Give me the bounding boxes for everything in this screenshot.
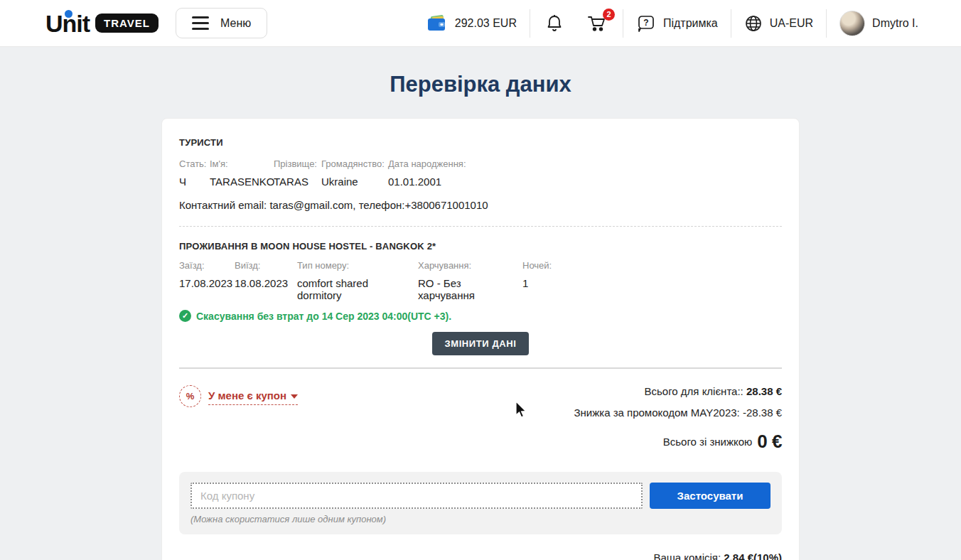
- tourist-citizenship: Ukraine: [321, 176, 388, 188]
- locale-label: UA-EUR: [770, 17, 813, 30]
- user-menu[interactable]: Dmytro I.: [839, 11, 918, 36]
- balance-amount: 292.03 EUR: [455, 17, 517, 30]
- wallet-balance[interactable]: 292.03 EUR: [426, 14, 517, 33]
- accomm-col-roomtype: Тип номеру:: [297, 260, 418, 271]
- tourists-section-title: ТУРИСТИ: [179, 137, 782, 148]
- locale-currency-switcher[interactable]: UA-EUR: [744, 14, 813, 33]
- divider: [731, 9, 731, 38]
- totals-block: Всього для клієнта:: 28.38 € Знижка за п…: [574, 385, 782, 453]
- commission-line: Ваша комісія: 2.84 €(10%): [653, 551, 782, 560]
- total-client-value: 28.38 €: [746, 385, 782, 397]
- top-navigation-bar: Unit TRAVEL Меню 292.03 EUR: [0, 0, 961, 47]
- wallet-icon: [426, 14, 448, 33]
- cart-count-badge: 2: [603, 9, 615, 21]
- logo-unit-text: Unit: [45, 11, 90, 36]
- menu-label: Меню: [220, 17, 251, 30]
- coupon-toggle-label: У мене є купон: [208, 389, 286, 402]
- tourist-firstname: TARASENKO: [210, 176, 274, 188]
- support-chat-icon: ?: [636, 14, 656, 33]
- apply-coupon-button[interactable]: Застосувати: [650, 483, 771, 509]
- accomm-meals: RO - Без харчування: [418, 277, 522, 301]
- accommodation-table: Заїзд: Виїзд: Тип номеру: Харчування: Но…: [179, 260, 782, 301]
- accomm-nights: 1: [522, 277, 782, 301]
- booking-review-card: ТУРИСТИ Стать: Ім'я: Прізвище: Громадянс…: [161, 118, 800, 560]
- coupon-box: Застосувати (Можна скористатися лише одн…: [179, 472, 782, 534]
- accomm-roomtype: comfort shared dormitory: [297, 277, 418, 301]
- tourist-lastname: TARAS: [274, 176, 321, 188]
- accomm-col-checkin: Заїзд:: [179, 260, 235, 271]
- user-name: Dmytro I.: [872, 17, 918, 30]
- change-data-button[interactable]: ЗМІНИТИ ДАНІ: [432, 332, 528, 355]
- total-discounted-value: 0 €: [757, 431, 782, 453]
- total-discounted-line: Всього зі знижкою 0 €: [663, 431, 782, 453]
- promo-discount-line: Знижка за промокодом MAY2023: -28.38 €: [574, 406, 782, 419]
- chevron-down-icon: [291, 394, 298, 399]
- free-cancellation-notice: ✓ Скасування без втрат до 14 Сер 2023 04…: [179, 310, 782, 322]
- divider: [623, 9, 623, 38]
- support-button[interactable]: ? Підтримка: [636, 14, 718, 33]
- total-client-line: Всього для клієнта:: 28.38 €: [645, 385, 782, 397]
- accomm-checkin: 17.08.2023: [179, 277, 235, 301]
- commission-value: 2.84 €(10%): [724, 551, 782, 560]
- tourist-col-firstname: Ім'я:: [210, 158, 274, 169]
- accomm-col-checkout: Виїзд:: [235, 260, 297, 271]
- tourist-gender: Ч: [179, 176, 210, 188]
- tourist-contact-info: Контактний email: taras@gmail.com, телеф…: [179, 199, 782, 211]
- coupon-note: (Можна скористатися лише одним купоном): [190, 514, 771, 524]
- hamburger-icon: [192, 16, 209, 30]
- commission-block: Ваша комісія: 2.84 €(10%) До сплати аген…: [179, 551, 782, 560]
- accomm-checkout: 18.08.2023: [235, 277, 297, 301]
- page-title: Перевірка даних: [0, 72, 961, 97]
- tourist-col-lastname: Прізвище:: [274, 158, 321, 169]
- solid-divider: [179, 367, 782, 369]
- menu-button[interactable]: Меню: [176, 8, 267, 38]
- accommodation-section-title: ПРОЖИВАННЯ В MOON HOUSE HOSTEL - BANGKOK…: [179, 241, 782, 252]
- notifications-button[interactable]: [543, 11, 566, 36]
- tourist-col-birthdate: Дата народження:: [388, 158, 782, 169]
- divider: [530, 9, 530, 38]
- tourist-birthdate: 01.01.2001: [388, 176, 782, 188]
- accomm-col-nights: Ночей:: [522, 260, 782, 271]
- tourist-col-gender: Стать:: [179, 158, 210, 169]
- coupon-toggle[interactable]: % У мене є купон: [179, 385, 298, 453]
- globe-icon: [744, 14, 763, 33]
- percent-seal-icon: %: [179, 385, 201, 407]
- logo-travel-badge: TRAVEL: [95, 14, 159, 33]
- dashed-divider: [179, 226, 782, 227]
- check-seal-icon: ✓: [179, 310, 191, 322]
- accomm-col-meals: Харчування:: [418, 260, 522, 271]
- promo-discount-value: -28.38 €: [743, 406, 782, 419]
- support-label: Підтримка: [663, 17, 718, 30]
- bell-icon: [546, 14, 563, 33]
- logo[interactable]: Unit TRAVEL: [45, 11, 159, 36]
- cancellation-text: Скасування без втрат до 14 Сер 2023 04:0…: [196, 311, 451, 322]
- avatar: [839, 11, 865, 36]
- svg-text:?: ?: [643, 18, 648, 28]
- logo-dot: [65, 10, 73, 18]
- cart-button[interactable]: 2: [584, 11, 610, 36]
- divider: [826, 9, 827, 38]
- tourist-col-citizenship: Громадянство:: [321, 158, 388, 169]
- coupon-code-input[interactable]: [190, 483, 643, 509]
- tourists-table: Стать: Ім'я: Прізвище: Громадянство: Дат…: [179, 158, 782, 188]
